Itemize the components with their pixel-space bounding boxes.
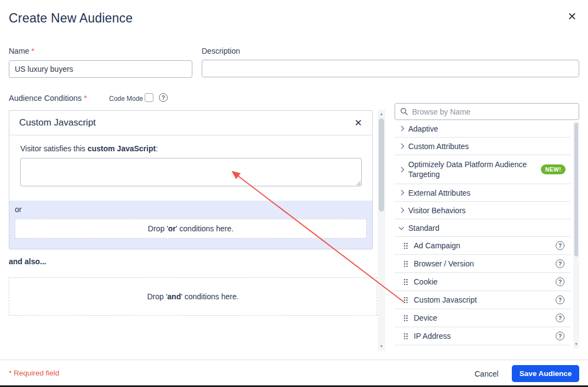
name-required-asterisk: *	[31, 47, 34, 55]
group-label: Optimizely Data Platform Audience Target…	[408, 160, 536, 179]
help-icon[interactable]: ?	[556, 277, 564, 286]
sidebar-item-cookie[interactable]: Cookie ?	[395, 273, 570, 291]
search-icon	[400, 107, 408, 116]
help-icon[interactable]: ?	[556, 241, 564, 250]
condition-description-prefix: Visitor satisfies this	[20, 144, 88, 153]
or-drop-zone[interactable]: Drop 'or' conditions here.	[15, 219, 367, 238]
help-icon[interactable]: ?	[556, 314, 564, 322]
audience-conditions-label: Audience Conditions*	[9, 94, 87, 103]
scroll-down-icon[interactable]: ▼	[573, 341, 579, 348]
code-mode-label: Code Mode	[109, 95, 143, 103]
and-drop-text: Drop 'and' conditions here.	[147, 292, 238, 301]
condition-library: Adaptive Custom Attributes Optimizely Da…	[395, 120, 570, 345]
help-icon[interactable]: ?	[556, 259, 564, 268]
and-also-label: and also...	[9, 257, 46, 266]
sidebar-group-visitor-behaviors[interactable]: Visitor Behaviors	[395, 202, 570, 219]
drag-handle-icon	[403, 278, 408, 286]
scroll-down-icon[interactable]: ▼	[378, 343, 385, 350]
scroll-up-icon[interactable]: ▲	[378, 111, 385, 117]
close-icon[interactable]: ✕	[564, 8, 580, 25]
name-label-text: Name	[9, 47, 29, 55]
condition-search	[395, 103, 579, 120]
condition-description-suffix: :	[156, 144, 158, 153]
condition-card-custom-javascript: Custom Javascript ✕ Visitor satisfies th…	[9, 110, 373, 249]
group-label: Visitor Behaviors	[408, 206, 466, 215]
drag-handle-icon	[403, 333, 408, 340]
page-title: Create New Audience	[9, 11, 133, 26]
sidebar-scrollbar[interactable]: ▼	[573, 122, 579, 349]
conditions-scrollbar[interactable]: ▲ ▼	[378, 110, 385, 351]
condition-card-header: Custom Javascript ✕	[9, 111, 372, 135]
description-field[interactable]	[202, 60, 579, 77]
help-icon[interactable]: ?	[556, 295, 564, 304]
required-field-note: * Required field	[9, 369, 59, 377]
name-label: Name*	[9, 47, 35, 55]
or-label: or	[15, 205, 367, 214]
sidebar-group-custom-attributes[interactable]: Custom Attributes	[395, 138, 570, 155]
condition-card-title: Custom Javascript	[19, 117, 96, 128]
item-label: Device	[414, 314, 550, 322]
conditions-required-asterisk: *	[84, 94, 87, 103]
condition-description: Visitor satisfies this custom JavaScript…	[20, 144, 361, 153]
item-label: IP Address	[414, 332, 550, 340]
item-label: Cookie	[414, 277, 550, 286]
chevron-right-icon	[399, 167, 404, 172]
drag-handle-icon	[403, 242, 408, 249]
save-audience-button[interactable]: Save Audience	[512, 365, 579, 382]
sidebar-group-odp-audience-targeting[interactable]: Optimizely Data Platform Audience Target…	[395, 155, 570, 184]
drag-handle-icon	[403, 315, 408, 322]
chevron-down-icon	[399, 224, 404, 230]
item-label: Browser / Version	[414, 259, 550, 268]
help-icon[interactable]: ?	[556, 332, 564, 340]
sidebar-item-ad-campaign[interactable]: Ad Campaign ?	[395, 237, 570, 255]
or-drop-text: Drop 'or' conditions here.	[148, 224, 233, 233]
group-label: External Attributes	[408, 189, 471, 197]
chevron-right-icon	[399, 208, 404, 213]
conditions-scrollbar-thumb[interactable]	[379, 118, 384, 212]
sidebar-group-adaptive[interactable]: Adaptive	[395, 120, 570, 138]
sidebar-group-external-attributes[interactable]: External Attributes	[395, 184, 570, 202]
sidebar-item-device[interactable]: Device ?	[395, 309, 570, 327]
group-label: Adaptive	[408, 124, 438, 133]
sidebar-item-browser-version[interactable]: Browser / Version ?	[395, 255, 570, 273]
chevron-right-icon	[399, 190, 404, 196]
item-label: Custom Javascript	[414, 295, 550, 304]
drag-handle-icon	[403, 260, 408, 268]
or-section: or Drop 'or' conditions here.	[9, 201, 372, 249]
custom-js-textarea[interactable]	[20, 158, 362, 186]
cancel-button[interactable]: Cancel	[469, 366, 504, 382]
drag-handle-icon	[403, 297, 408, 304]
audience-conditions-label-text: Audience Conditions	[9, 94, 82, 103]
sidebar-scrollbar-thumb[interactable]	[574, 123, 578, 257]
group-label: Standard	[408, 224, 439, 232]
sidebar-item-ip-address[interactable]: IP Address ?	[395, 327, 570, 345]
description-label: Description	[202, 47, 240, 55]
sidebar-group-standard[interactable]: Standard	[395, 219, 570, 237]
code-mode-help-icon[interactable]: ?	[159, 93, 168, 102]
condition-description-bold: custom JavaScript	[88, 144, 156, 153]
item-label: Ad Campaign	[414, 241, 550, 250]
condition-remove-icon[interactable]: ✕	[355, 117, 362, 129]
search-input[interactable]	[412, 107, 574, 116]
group-label: Custom Attributes	[408, 142, 469, 151]
chevron-right-icon	[399, 126, 404, 132]
name-field[interactable]	[9, 60, 192, 78]
chevron-right-icon	[399, 144, 404, 149]
new-badge: NEW!	[541, 164, 566, 174]
condition-card-body: Visitor satisfies this custom JavaScript…	[9, 135, 372, 189]
sidebar-item-custom-javascript[interactable]: Custom Javascript ?	[395, 291, 570, 309]
and-drop-zone[interactable]: Drop 'and' conditions here.	[9, 277, 377, 316]
code-mode-checkbox[interactable]	[145, 93, 153, 102]
